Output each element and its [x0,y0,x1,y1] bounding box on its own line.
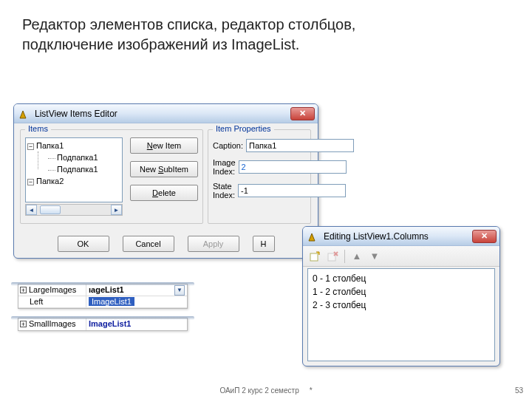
titlebar[interactable]: ListView Items Editor ✕ [14,104,318,123]
help-button[interactable]: H [253,236,275,252]
collapse-icon[interactable]: − [27,179,34,185]
svg-rect-0 [310,253,318,261]
apply-button: Apply [188,236,239,252]
window-title: Editing ListView1.Columns [324,231,472,242]
tree-node[interactable]: Подпапка1 [48,151,120,163]
columns-list[interactable]: 0 - 1 столбец 1 - 2 столбец 2 - 3 столбе… [307,268,495,361]
horizontal-scrollbar[interactable]: ◄ ► [25,204,123,216]
new-item-button[interactable]: New Item [130,137,198,154]
page-number: 53 [515,386,523,395]
collapse-icon[interactable]: − [27,143,34,150]
state-index-input[interactable] [238,184,346,197]
caption-input[interactable] [246,139,354,152]
move-down-icon[interactable]: ▼ [367,249,382,264]
page-heading: Редактор элементов списка, редактор стол… [22,15,510,55]
toolbar: ▲ ▼ [303,246,499,267]
items-tree[interactable]: −Папка1 Подпапка1 Подпапка1 −Папка2 [25,137,123,202]
app-icon [18,108,30,120]
add-icon[interactable] [307,249,322,264]
move-up-icon[interactable]: ▲ [349,249,364,264]
dialog-buttons: OK Cancel Apply H [14,236,318,252]
footer-course: ОАиП 2 курс 2 семестр [219,386,299,395]
footer: ОАиП 2 курс 2 семестр * [0,386,532,395]
item-buttons: New Item New SubItem Delete [130,137,198,208]
scroll-right-button[interactable]: ► [111,205,122,215]
app-icon [307,231,319,242]
prop-name: Left [18,296,86,307]
close-button[interactable]: ✕ [472,230,497,243]
tree-node[interactable]: Подпапка1 [48,163,120,175]
list-item[interactable]: 2 - 3 столбец [313,299,490,312]
property-snippet-largeimages: +LargeImages ıageList1▼ Left ImageList1 [18,284,188,309]
prop-value-cell[interactable]: ImageList1 [86,296,187,307]
expand-icon[interactable]: + [20,287,27,293]
close-icon: ✕ [299,109,306,118]
prop-name: +LargeImages [18,284,86,296]
listview-items-editor-window: ListView Items Editor ✕ Items −Папка1 По… [13,103,318,259]
dropdown-icon[interactable]: ▼ [174,285,185,296]
property-snippet-smallimages: +SmallImages ImageList1 [18,318,188,331]
scroll-thumb[interactable] [40,205,61,214]
window-title: ListView Items Editor [35,109,290,119]
prop-value-cell[interactable]: ıageList1▼ [86,284,187,296]
group-items: Items −Папка1 Подпапка1 Подпапка1 −Папка… [20,129,203,224]
delete-button[interactable]: Delete [130,185,198,201]
scroll-left-button[interactable]: ◄ [26,205,37,215]
expand-icon[interactable]: + [20,321,27,327]
separator [344,250,345,263]
caption-label: Caption: [213,141,243,150]
close-icon: ✕ [481,231,488,241]
prop-name: +SmallImages [18,318,86,330]
tree-node: −Папка2 [27,175,120,187]
ok-button[interactable]: OK [58,236,109,252]
heading-line2: подключение изображений из ImageList. [22,35,510,55]
cancel-button[interactable]: Cancel [123,236,174,252]
tree-node: −Папка1 Подпапка1 Подпапка1 [27,140,120,175]
group-items-label: Items [25,124,51,133]
columns-editor-window: Editing ListView1.Columns ✕ ▲ ▼ 0 - 1 ст… [302,226,500,366]
group-props-label: Item Properties [213,124,274,133]
state-index-label: State Index: [213,182,235,200]
prop-value[interactable]: ImageList1 [86,318,187,330]
heading-line1: Редактор элементов списка, редактор стол… [22,15,510,35]
image-index-label: Image Index: [213,158,236,176]
new-subitem-button[interactable]: New SubItem [130,161,198,177]
list-item[interactable]: 1 - 2 столбец [313,285,490,299]
delete-icon[interactable] [325,249,340,264]
group-item-properties: Item Properties Caption: Image Index: St… [208,129,311,224]
list-item[interactable]: 0 - 1 столбец [313,272,490,285]
dropdown-option-selected[interactable]: ImageList1 [89,297,134,306]
titlebar[interactable]: Editing ListView1.Columns ✕ [303,227,499,246]
footer-mark: * [310,386,313,395]
close-button[interactable]: ✕ [290,107,315,120]
image-index-input[interactable] [239,160,347,174]
